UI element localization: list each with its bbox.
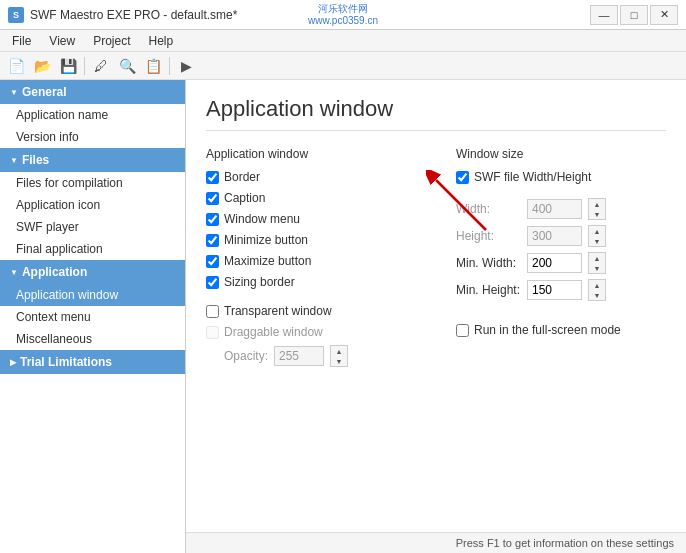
fullscreen-label[interactable]: Run in the full-screen mode — [474, 323, 621, 337]
height-row: Height: ▲ ▼ — [456, 225, 666, 247]
width-spinner: ▲ ▼ — [588, 198, 606, 220]
menu-view[interactable]: View — [41, 32, 83, 50]
title-bar-controls: — □ ✕ — [590, 5, 678, 25]
draggable-checkbox[interactable] — [206, 326, 219, 339]
content-area: Application window Application window Bo… — [186, 80, 686, 553]
sizing-border-label[interactable]: Sizing border — [224, 275, 295, 289]
toolbar-new[interactable]: 📄 — [4, 55, 28, 77]
minimize-label[interactable]: Minimize button — [224, 233, 308, 247]
sidebar-section-trial[interactable]: ▶ Trial Limitations — [0, 350, 185, 374]
min-height-input[interactable] — [527, 280, 582, 300]
sidebar-item-final-app[interactable]: Final application — [0, 238, 185, 260]
toolbar-search[interactable]: 🔍 — [115, 55, 139, 77]
min-height-up-button[interactable]: ▲ — [589, 280, 605, 290]
sizing-border-checkbox[interactable] — [206, 276, 219, 289]
min-width-row: Min. Width: ▲ ▼ — [456, 252, 666, 274]
swf-size-label[interactable]: SWF file Width/Height — [474, 170, 591, 184]
menu-bar: File View Project Help — [0, 30, 686, 52]
application-arrow-icon: ▼ — [10, 268, 18, 277]
opacity-input[interactable] — [274, 346, 324, 366]
maximize-button[interactable]: □ — [620, 5, 648, 25]
window-menu-checkbox[interactable] — [206, 213, 219, 226]
page-title: Application window — [206, 96, 666, 131]
menu-file[interactable]: File — [4, 32, 39, 50]
checkbox-transparent: Transparent window — [206, 303, 416, 319]
min-width-down-button[interactable]: ▼ — [589, 263, 605, 273]
width-up-button[interactable]: ▲ — [589, 199, 605, 209]
min-width-input[interactable] — [527, 253, 582, 273]
watermark: 河乐软件网 www.pc0359.cn — [308, 3, 378, 27]
opacity-down-button[interactable]: ▼ — [331, 356, 347, 366]
min-width-label: Min. Width: — [456, 256, 521, 270]
min-height-down-button[interactable]: ▼ — [589, 290, 605, 300]
sidebar-item-app-icon[interactable]: Application icon — [0, 194, 185, 216]
toolbar: 📄 📂 💾 🖊 🔍 📋 ▶ — [0, 52, 686, 80]
opacity-label: Opacity: — [224, 349, 268, 363]
maximize-checkbox[interactable] — [206, 255, 219, 268]
border-checkbox[interactable] — [206, 171, 219, 184]
height-label: Height: — [456, 229, 521, 243]
toolbar-run[interactable]: ▶ — [174, 55, 198, 77]
left-col-header: Application window — [206, 147, 416, 161]
checkbox-border: Border — [206, 169, 416, 185]
menu-project[interactable]: Project — [85, 32, 138, 50]
files-arrow-icon: ▼ — [10, 156, 18, 165]
height-up-button[interactable]: ▲ — [589, 226, 605, 236]
width-label: Width: — [456, 202, 521, 216]
height-input[interactable] — [527, 226, 582, 246]
swf-size-checkbox[interactable] — [456, 171, 469, 184]
right-col-header: Window size — [456, 147, 666, 161]
toolbar-copy[interactable]: 📋 — [141, 55, 165, 77]
sidebar-item-app-name[interactable]: Application name — [0, 104, 185, 126]
checkbox-maximize: Maximize button — [206, 253, 416, 269]
window-menu-label[interactable]: Window menu — [224, 212, 300, 226]
right-column: Window size SWF file Width/Height Width:… — [456, 147, 666, 367]
transparent-label[interactable]: Transparent window — [224, 304, 332, 318]
width-input[interactable] — [527, 199, 582, 219]
min-width-up-button[interactable]: ▲ — [589, 253, 605, 263]
opacity-up-button[interactable]: ▲ — [331, 346, 347, 356]
minimize-button[interactable]: — — [590, 5, 618, 25]
menu-help[interactable]: Help — [141, 32, 182, 50]
title-bar: S SWF Maestro EXE PRO - default.sme* 河乐软… — [0, 0, 686, 30]
toolbar-open[interactable]: 📂 — [30, 55, 54, 77]
min-height-row: Min. Height: ▲ ▼ — [456, 279, 666, 301]
opacity-spinner: ▲ ▼ — [330, 345, 348, 367]
caption-label[interactable]: Caption — [224, 191, 265, 205]
sidebar-item-files-compilation[interactable]: Files for compilation — [0, 172, 185, 194]
toolbar-save[interactable]: 💾 — [56, 55, 80, 77]
settings-columns: Application window Border Caption Window… — [206, 147, 666, 367]
width-row: Width: ▲ ▼ — [456, 198, 666, 220]
maximize-label[interactable]: Maximize button — [224, 254, 311, 268]
transparent-checkbox[interactable] — [206, 305, 219, 318]
checkbox-caption: Caption — [206, 190, 416, 206]
close-button[interactable]: ✕ — [650, 5, 678, 25]
minimize-checkbox[interactable] — [206, 234, 219, 247]
border-label[interactable]: Border — [224, 170, 260, 184]
left-column: Application window Border Caption Window… — [206, 147, 416, 367]
fullscreen-checkbox[interactable] — [456, 324, 469, 337]
checkbox-fullscreen: Run in the full-screen mode — [456, 322, 666, 338]
sidebar-section-general[interactable]: ▼ General — [0, 80, 185, 104]
checkbox-swf-size: SWF file Width/Height — [456, 169, 666, 185]
min-height-label: Min. Height: — [456, 283, 521, 297]
sidebar-item-app-window[interactable]: Application window — [0, 284, 185, 306]
toolbar-edit[interactable]: 🖊 — [89, 55, 113, 77]
min-height-spinner: ▲ ▼ — [588, 279, 606, 301]
sidebar-section-files[interactable]: ▼ Files — [0, 148, 185, 172]
caption-checkbox[interactable] — [206, 192, 219, 205]
draggable-label: Draggable window — [224, 325, 323, 339]
sidebar-item-miscellaneous[interactable]: Miscellaneous — [0, 328, 185, 350]
divider-1 — [206, 295, 416, 303]
sidebar-item-version-info[interactable]: Version info — [0, 126, 185, 148]
checkbox-minimize: Minimize button — [206, 232, 416, 248]
sidebar-section-application[interactable]: ▼ Application — [0, 260, 185, 284]
sidebar-item-context-menu[interactable]: Context menu — [0, 306, 185, 328]
general-arrow-icon: ▼ — [10, 88, 18, 97]
opacity-row: Opacity: ▲ ▼ — [206, 345, 416, 367]
toolbar-separator-1 — [84, 57, 85, 75]
checkbox-draggable: Draggable window — [206, 324, 416, 340]
height-down-button[interactable]: ▼ — [589, 236, 605, 246]
sidebar-item-swf-player[interactable]: SWF player — [0, 216, 185, 238]
width-down-button[interactable]: ▼ — [589, 209, 605, 219]
